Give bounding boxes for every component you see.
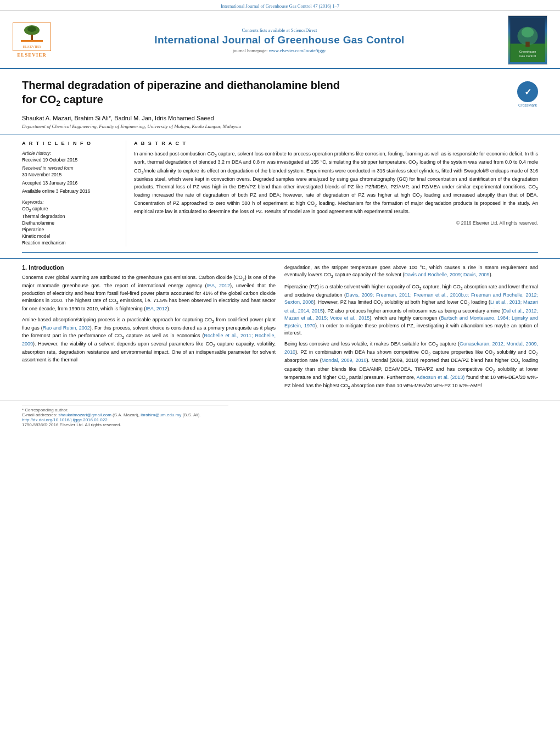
footer-notes: * Corresponding author. E-mail addresses… <box>0 400 560 431</box>
ref-davis-rochelle-2009[interactable]: Davis and Rochelle, 2009; Davis, 2009 <box>405 272 490 277</box>
journal-reference-bar: International Journal of Greenhouse Gas … <box>0 0 560 11</box>
issn-line: 1750-5836/© 2016 Elsevier Ltd. All right… <box>22 422 538 427</box>
footnote-divider <box>22 405 228 405</box>
keyword-piperazine: Piperazine <box>22 227 118 232</box>
svg-point-9 <box>522 27 534 38</box>
email-mazari[interactable]: shaukatmazari@gmail.com <box>58 412 111 417</box>
sciencedirect-link[interactable]: ScienceDirect <box>291 27 317 33</box>
article-info-abstract-container: A R T I C L E I N F O Article history: R… <box>0 135 560 247</box>
svg-point-3 <box>27 26 36 32</box>
svg-text:ELSEVIER: ELSEVIER <box>23 44 41 49</box>
available-date: Available online 3 February 2016 <box>22 188 118 194</box>
crossmark-container: ✓ CrossMark <box>517 81 538 107</box>
ref-rao-rubin[interactable]: Rao and Rubin, 2002 <box>43 325 90 331</box>
doi-line: http://dx.doi.org/10.1016/j.ijggc.2016.0… <box>22 417 538 422</box>
revised-date: 30 November 2015 <box>22 172 118 177</box>
intro-right-col: degradation, as the stripper temperature… <box>284 264 538 394</box>
keyword-co2-capture: CO2 capture <box>22 206 118 213</box>
keyword-kinetic: Kinetic model <box>22 233 118 239</box>
introduction-content: 1. Introduction Concerns over global war… <box>22 264 538 394</box>
intro-para-2: Amine-based absorption/stripping process… <box>22 316 276 364</box>
ref-iea-2012-1[interactable]: IEA, 2012 <box>207 283 231 288</box>
introduction-section: 1. Introduction Concerns over global war… <box>0 258 560 400</box>
authors: Shaukat A. Mazari, Brahim Si Ali*, Badru… <box>22 115 538 121</box>
journal-reference-text: International Journal of Greenhouse Gas … <box>221 3 339 9</box>
intro-right-para-1: degradation, as the stripper temperature… <box>284 264 538 280</box>
keyword-dea: Diethanolamine <box>22 220 118 226</box>
svg-rect-2 <box>31 35 33 40</box>
crossmark-label: CrossMark <box>517 103 538 107</box>
svg-rect-4 <box>21 40 43 42</box>
ref-li-2013[interactable]: Li et al., 2013; Mazari et al., 2014, 20… <box>284 299 538 313</box>
article-info-column: A R T I C L E I N F O Article history: R… <box>22 141 126 247</box>
article-history-label: Article history: <box>22 150 118 156</box>
svg-rect-10 <box>525 42 529 47</box>
abstract-column: A B S T R A C T In amine-based post-comb… <box>126 141 538 247</box>
contents-available-text: Contents lists available at ScienceDirec… <box>54 27 505 33</box>
journal-title: International Journal of Greenhouse Gas … <box>54 34 505 46</box>
revised-label: Received in revised form <box>22 165 118 171</box>
ref-mondal-2009[interactable]: Mondal, 2009, 2010 <box>322 358 367 363</box>
corresponding-author-note: * Corresponding author. <box>22 408 538 412</box>
article-section: ✓ CrossMark Thermal degradation of piper… <box>0 69 560 129</box>
received-date: Received 19 October 2015 <box>22 157 118 163</box>
intro-left-col: 1. Introduction Concerns over global war… <box>22 264 276 394</box>
ref-iea-2012-2[interactable]: IEA, 2012 <box>145 306 167 311</box>
crossmark-badge: ✓ <box>517 81 538 102</box>
elsevier-logo: ELSEVIER ELSEVIER <box>10 23 54 58</box>
section-divider <box>22 252 538 253</box>
journal-cover: Greenhouse Gas Control <box>505 15 550 65</box>
journal-homepage-link[interactable]: www.elsevier.com/locate/ijggc <box>268 48 326 53</box>
keyword-thermal: Thermal degradation <box>22 214 118 219</box>
journal-title-center: Contents lists available at ScienceDirec… <box>54 27 505 53</box>
affiliation: Department of Chemical Engineering, Facu… <box>22 124 538 129</box>
elsevier-tree-icon: ELSEVIER <box>15 25 48 49</box>
intro-section-title: 1. Introduction <box>22 264 276 271</box>
email-addresses: E-mail addresses: shaukatmazari@gmail.co… <box>22 412 538 417</box>
abstract-heading: A B S T R A C T <box>134 141 538 146</box>
ref-adeosun[interactable]: Adeosun et al. (2013) <box>417 375 465 380</box>
journal-header: ELSEVIER ELSEVIER Contents lists availab… <box>0 11 560 69</box>
journal-homepage: journal homepage: www.elsevier.com/locat… <box>54 48 505 53</box>
intro-para-1: Concerns over global warming are attribu… <box>22 274 276 313</box>
keywords-heading: Keywords: <box>22 199 118 205</box>
svg-text:Greenhouse: Greenhouse <box>519 50 536 53</box>
ref-rochelle-2011[interactable]: Rochelle et al., 2011; <box>204 333 253 338</box>
article-title: Thermal degradation of piperazine and di… <box>22 78 538 108</box>
doi-link[interactable]: http://dx.doi.org/10.1016/j.ijggc.2016.0… <box>22 417 108 422</box>
elsevier-label: ELSEVIER <box>17 52 47 58</box>
accepted-date: Accepted 13 January 2016 <box>22 180 118 186</box>
elsevier-logo-box: ELSEVIER <box>13 23 51 51</box>
email-brahim[interactable]: ibrahim@um.edu.my <box>141 412 181 417</box>
keywords-section: Keywords: CO2 capture Thermal degradatio… <box>22 199 118 246</box>
article-info-heading: A R T I C L E I N F O <box>22 141 118 146</box>
ref-gunasekaran[interactable]: Gunasekaran, 2012; Mondal, 2009, 2010 <box>284 341 538 355</box>
keyword-reaction: Reaction mechanism <box>22 240 118 246</box>
abstract-text: In amine-based post-combustion CO2 captu… <box>134 150 538 216</box>
svg-text:Gas Control: Gas Control <box>519 54 536 58</box>
journal-cover-image: Greenhouse Gas Control <box>508 15 547 65</box>
intro-right-para-3: Being less corrosive and less volatile, … <box>284 341 538 391</box>
intro-right-para-2: Piperazine (PZ) is a stable solvent with… <box>284 283 538 337</box>
copyright-line: © 2016 Elsevier Ltd. All rights reserved… <box>134 220 538 226</box>
cover-svg: Greenhouse Gas Control <box>509 18 546 62</box>
